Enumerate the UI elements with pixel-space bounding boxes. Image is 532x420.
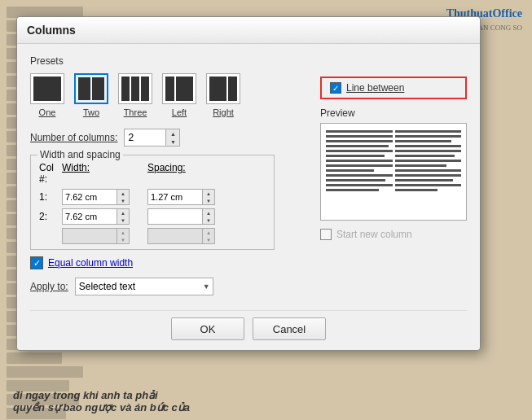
preview-box: [320, 123, 467, 221]
start-new-column-checkbox[interactable]: [320, 229, 332, 240]
col3-spacing-input[interactable]: [147, 228, 203, 244]
right-panel: ✓ Line between Preview: [320, 73, 467, 240]
preset-two-label: Two: [83, 107, 99, 117]
width-spacing-label: Width and spacing: [37, 149, 123, 160]
ws-row-1: 1: ▲ ▼ ▲ ▼: [39, 189, 266, 205]
col1-width-group[interactable]: ▲ ▼: [62, 189, 147, 205]
preview-section: Preview: [320, 107, 467, 221]
apply-to-wrapper[interactable]: Selected text Whole document This point …: [75, 278, 213, 295]
col1-width-up[interactable]: ▲: [117, 190, 129, 197]
equal-width-checkbox[interactable]: ✓: [30, 256, 43, 269]
col2-width-group[interactable]: ▲ ▼: [62, 208, 147, 225]
col1-spacing-input[interactable]: [147, 189, 203, 205]
col1-width-input[interactable]: [62, 189, 117, 205]
col2-width-up[interactable]: ▲: [117, 209, 129, 217]
col2-width-input[interactable]: [62, 208, 117, 225]
col1-spacing-group[interactable]: ▲ ▼: [147, 189, 233, 205]
presets-row: One Two: [30, 73, 312, 117]
equal-width-row: ✓ Equal column width: [30, 256, 312, 269]
col1-spacing-up[interactable]: ▲: [203, 190, 214, 197]
preset-right[interactable]: Right: [206, 73, 240, 117]
col3-spacing-up[interactable]: ▲: [203, 229, 214, 236]
start-new-column-label: Start new column: [336, 229, 412, 240]
ws-row-2: 2: ▲ ▼ ▲ ▼: [39, 208, 266, 225]
presets-label: Presets: [30, 55, 467, 67]
preset-three[interactable]: Three: [118, 73, 152, 117]
equal-width-label: Equal column width: [48, 257, 133, 269]
bottom-text: đi ngay trong khi anh ta phải quyền sự b…: [0, 383, 505, 420]
col1-spacing-down[interactable]: ▼: [203, 197, 214, 204]
line-between-label: Line between: [346, 82, 404, 94]
col3-spacing-down[interactable]: ▼: [203, 236, 214, 243]
col3-width-group[interactable]: ▲ ▼: [62, 228, 147, 244]
apply-to-row: Apply to: Selected text Whole document T…: [30, 278, 312, 295]
apply-to-label: Apply to:: [30, 281, 68, 292]
num-columns-row: Number of columns: 2 ▲ ▼: [30, 129, 312, 147]
spacing-header: Spacing:: [147, 162, 233, 185]
col2-spacing-down[interactable]: ▼: [203, 217, 214, 224]
width-spacing-group: Width and spacing Col #: Width: Spacing:…: [30, 155, 275, 250]
ws-headers: Col #: Width: Spacing:: [39, 162, 266, 185]
preset-left[interactable]: Left: [162, 73, 196, 117]
preset-two[interactable]: Two: [74, 73, 108, 117]
col-header: Col #:: [39, 162, 62, 185]
ws-row-3: ▲ ▼ ▲ ▼: [39, 228, 266, 244]
preset-three-label: Three: [124, 107, 147, 117]
preset-one-label: One: [39, 107, 56, 117]
preview-col-1: [326, 130, 393, 213]
col2-spacing-group[interactable]: ▲ ▼: [147, 208, 233, 225]
preset-right-label: Right: [213, 107, 234, 117]
col3-width-up[interactable]: ▲: [117, 229, 129, 236]
col3-width-input[interactable]: [62, 228, 117, 244]
ok-button[interactable]: OK: [171, 317, 244, 340]
apply-to-select[interactable]: Selected text Whole document This point …: [75, 278, 213, 295]
line-between-checkbox[interactable]: ✓: [330, 82, 341, 94]
num-columns-input[interactable]: 2: [124, 129, 166, 147]
num-columns-spinner[interactable]: 2 ▲ ▼: [124, 129, 180, 147]
col1-width-down[interactable]: ▼: [117, 197, 129, 204]
preview-label: Preview: [320, 107, 467, 119]
col3-width-down[interactable]: ▼: [117, 236, 129, 243]
line-between-container: ✓ Line between: [320, 77, 467, 99]
num-columns-up[interactable]: ▲: [166, 129, 179, 138]
dialog-body: Presets One: [17, 44, 480, 350]
preset-left-label: Left: [172, 107, 187, 117]
dialog-titlebar: Columns: [17, 17, 480, 44]
col2-spacing-input[interactable]: [147, 208, 203, 225]
preset-one[interactable]: One: [30, 73, 64, 117]
col3-spacing-group[interactable]: ▲ ▼: [147, 228, 233, 244]
col2-num: 2:: [39, 211, 62, 222]
col1-num: 1:: [39, 191, 62, 203]
preview-col-2: [395, 130, 462, 213]
dialog-title: Columns: [27, 24, 76, 37]
width-header: Width:: [62, 162, 147, 185]
start-new-column-row: Start new column: [320, 229, 467, 240]
col2-width-down[interactable]: ▼: [117, 217, 129, 224]
cancel-button[interactable]: Cancel: [253, 317, 326, 340]
columns-dialog: Columns Presets One: [16, 16, 481, 351]
num-columns-label: Number of columns:: [30, 132, 117, 143]
col2-spacing-up[interactable]: ▲: [203, 209, 214, 217]
buttons-row: OK Cancel: [30, 310, 467, 340]
num-columns-down[interactable]: ▼: [166, 138, 179, 146]
